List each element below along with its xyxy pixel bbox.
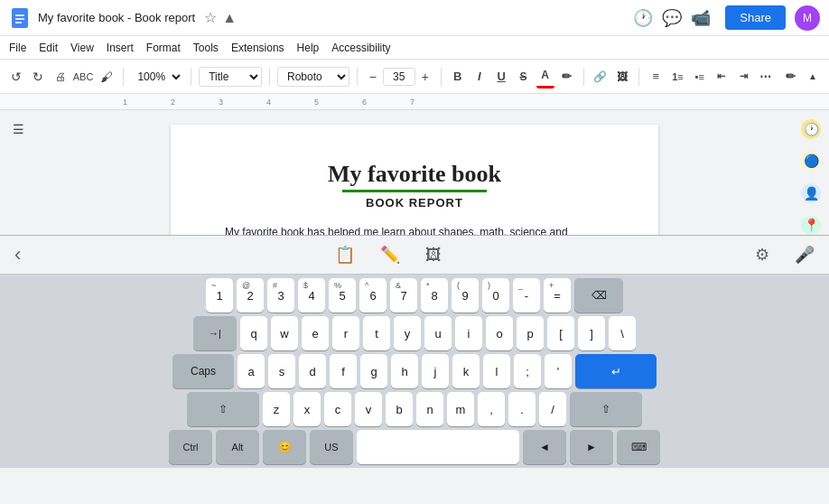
key-rparen-0[interactable]: )0 <box>482 278 509 313</box>
align-button[interactable]: ≡ <box>647 65 665 89</box>
image-button[interactable]: 🖼 <box>613 65 631 89</box>
font-size-plus[interactable]: + <box>417 70 433 84</box>
key-c[interactable]: c <box>324 392 351 426</box>
key-rbracket[interactable]: ] <box>578 316 605 350</box>
more-options[interactable]: ⋯ <box>756 65 774 89</box>
kb-pen-icon[interactable]: ✏️ <box>377 241 404 268</box>
key-x[interactable]: x <box>293 392 321 426</box>
share-button[interactable]: Share <box>725 5 786 30</box>
key-amp-7[interactable]: &7 <box>390 278 417 313</box>
key-p[interactable]: p <box>517 316 544 350</box>
style-select[interactable]: Title <box>199 67 262 87</box>
key-space[interactable] <box>357 430 519 464</box>
history-icon[interactable]: 🕐 <box>633 8 653 28</box>
bold-button[interactable]: B <box>449 65 467 89</box>
avatar[interactable]: M <box>795 5 820 31</box>
key-dollar-4[interactable]: $4 <box>298 278 325 313</box>
right-icon-3[interactable]: 👤 <box>801 183 821 203</box>
key-period[interactable]: . <box>508 392 536 426</box>
redo-button[interactable]: ↻ <box>29 65 47 89</box>
key-w[interactable]: w <box>271 316 298 350</box>
key-emoji[interactable]: 😊 <box>263 430 306 464</box>
key-tab[interactable]: →| <box>193 316 237 350</box>
key-tilde-1[interactable]: ~1 <box>206 278 233 313</box>
menu-format[interactable]: Format <box>146 42 181 54</box>
key-arrow-right[interactable]: ► <box>570 430 613 464</box>
key-v[interactable]: v <box>355 392 382 426</box>
key-equals[interactable]: += <box>544 278 571 313</box>
key-enter[interactable]: ↵ <box>575 354 657 388</box>
kb-settings-icon[interactable]: ⚙ <box>751 241 773 268</box>
right-icon-4[interactable]: 📍 <box>801 216 821 236</box>
menu-view[interactable]: View <box>70 42 94 54</box>
font-select[interactable]: Roboto <box>277 67 349 87</box>
text-color-button[interactable]: A <box>536 65 554 89</box>
key-alt[interactable]: Alt <box>216 430 259 464</box>
key-f[interactable]: f <box>330 354 357 388</box>
key-at-2[interactable]: @2 <box>237 278 264 313</box>
comment-icon[interactable]: 💬 <box>662 8 682 28</box>
key-semicolon[interactable]: ; <box>514 354 541 388</box>
key-ctrl[interactable]: Ctrl <box>169 430 212 464</box>
key-n[interactable]: n <box>416 392 443 426</box>
menu-accessibility[interactable]: Accessibility <box>331 42 390 54</box>
numbered-list-button[interactable]: 1≡ <box>668 65 686 89</box>
menu-extensions[interactable]: Extensions <box>231 42 284 54</box>
key-minus[interactable]: _- <box>513 278 540 313</box>
highlight-button[interactable]: ✏ <box>558 65 576 89</box>
kb-back-arrow[interactable]: ‹ <box>11 239 24 270</box>
star-icon[interactable]: ☆ <box>204 9 217 26</box>
kb-image-icon[interactable]: 🖼 <box>422 242 445 268</box>
key-quote[interactable]: ' <box>545 354 572 388</box>
bullet-list-button[interactable]: •≡ <box>691 65 709 89</box>
key-q[interactable]: q <box>240 316 267 350</box>
menu-edit[interactable]: Edit <box>39 42 58 54</box>
key-a[interactable]: a <box>238 354 265 388</box>
key-backslash[interactable]: \ <box>609 316 636 350</box>
key-e[interactable]: e <box>302 316 329 350</box>
key-d[interactable]: d <box>299 354 326 388</box>
key-b[interactable]: b <box>386 392 413 426</box>
key-h[interactable]: h <box>391 354 418 388</box>
menu-file[interactable]: File <box>9 42 26 54</box>
video-icon[interactable]: 📹 <box>691 8 711 28</box>
key-l[interactable]: l <box>483 354 510 388</box>
menu-insert[interactable]: Insert <box>107 42 134 54</box>
pen-tool-button[interactable]: ✏ <box>782 65 800 89</box>
key-lang[interactable]: US <box>310 430 353 464</box>
expand-button[interactable]: ▲ <box>804 65 822 89</box>
key-caps[interactable]: Caps <box>172 354 234 388</box>
paint-format-button[interactable]: 🖌 <box>97 65 115 89</box>
font-size-input[interactable] <box>383 68 415 86</box>
key-y[interactable]: y <box>394 316 421 350</box>
strikethrough-button[interactable]: S <box>514 65 532 89</box>
key-comma[interactable]: , <box>478 392 505 426</box>
kb-mic-icon[interactable]: 🎤 <box>791 241 818 268</box>
key-percent-5[interactable]: %5 <box>329 278 356 313</box>
outline-toggle[interactable]: ☰ <box>6 117 30 141</box>
link-button[interactable]: 🔗 <box>591 65 610 89</box>
key-caret-6[interactable]: ^6 <box>359 278 387 313</box>
kb-clipboard-icon[interactable]: 📋 <box>331 241 359 268</box>
underline-button[interactable]: U <box>492 65 510 89</box>
print-button[interactable]: 🖨 <box>51 65 70 89</box>
key-backspace[interactable]: ⌫ <box>574 278 623 313</box>
key-arrow-left[interactable]: ◄ <box>523 430 566 464</box>
doc-body-1[interactable]: My favorite book has helped me learn abo… <box>225 224 604 235</box>
key-lparen-9[interactable]: (9 <box>452 278 479 313</box>
right-icon-2[interactable]: 🔵 <box>801 152 821 172</box>
key-s[interactable]: s <box>268 354 295 388</box>
undo-button[interactable]: ↺ <box>7 65 25 89</box>
key-star-8[interactable]: *8 <box>421 278 448 313</box>
key-shift-right[interactable]: ⇧ <box>570 392 642 426</box>
menu-help[interactable]: Help <box>297 42 320 54</box>
key-keyboard-icon[interactable]: ⌨ <box>617 430 660 464</box>
key-o[interactable]: o <box>486 316 513 350</box>
font-size-minus[interactable]: − <box>365 70 381 84</box>
key-k[interactable]: k <box>452 354 480 388</box>
key-g[interactable]: g <box>360 354 387 388</box>
key-i[interactable]: i <box>455 316 482 350</box>
key-shift-left[interactable]: ⇧ <box>187 392 259 426</box>
key-z[interactable]: z <box>263 392 290 426</box>
key-m[interactable]: m <box>447 392 474 426</box>
